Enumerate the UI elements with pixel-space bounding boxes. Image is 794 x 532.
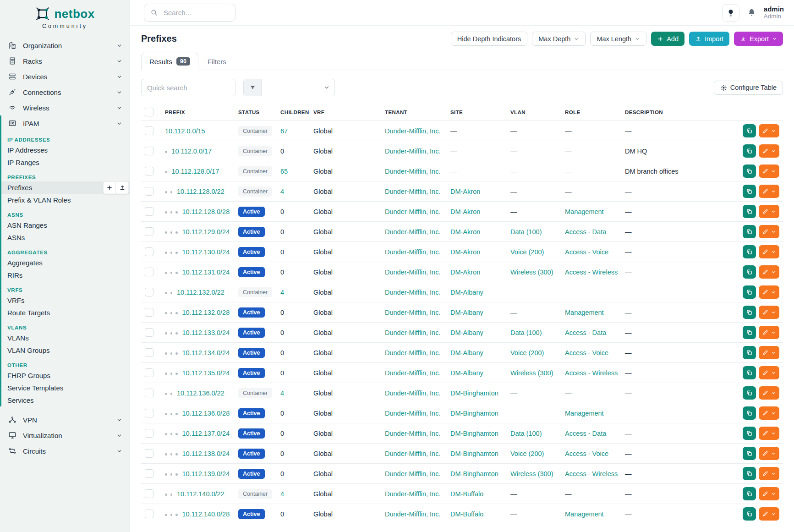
tenant-link[interactable]: Dunder-Mifflin, Inc. (385, 430, 440, 437)
site-link[interactable]: DM-Albany (450, 349, 483, 356)
vlan-link[interactable]: Voice (200) (510, 450, 544, 457)
hide-depth-indicators-button[interactable]: Hide Depth Indicators (451, 32, 527, 46)
sidebar-item-prefixes[interactable]: Prefixes (1, 181, 130, 194)
site-link[interactable]: DM-Akron (450, 188, 480, 195)
site-link[interactable]: DM-Albany (450, 369, 483, 377)
site-link[interactable]: DM-Binghamton (450, 410, 498, 417)
prefix-link[interactable]: 10.112.139.0/24 (182, 470, 230, 477)
row-checkbox[interactable] (145, 510, 153, 518)
row-checkbox[interactable] (145, 368, 153, 377)
row-checkbox[interactable] (145, 308, 153, 317)
row-checkbox[interactable] (145, 147, 153, 155)
sidebar-item-organization[interactable]: Organization (0, 38, 130, 53)
sidebar-item-rirs[interactable]: RIRs (1, 269, 130, 281)
role-link[interactable]: Access - Wireless (565, 470, 618, 477)
prefix-link[interactable]: 10.112.135.0/24 (182, 369, 230, 377)
sidebar-item-service-templates[interactable]: Service Templates (1, 382, 130, 394)
sidebar-item-connections[interactable]: Connections (0, 84, 130, 100)
prefix-link[interactable]: 10.112.130.0/24 (182, 248, 230, 256)
quick-import-button[interactable] (116, 181, 129, 194)
site-link[interactable]: DM-Albany (450, 289, 483, 296)
clone-button[interactable] (743, 467, 756, 480)
column-header-tenant[interactable]: TENANT (381, 103, 447, 121)
tenant-link[interactable]: Dunder-Mifflin, Inc. (385, 450, 440, 457)
role-link[interactable]: Access - Data (565, 329, 606, 336)
row-checkbox[interactable] (145, 328, 153, 337)
tab-filters[interactable]: Filters (198, 58, 235, 70)
prefix-link[interactable]: 10.112.129.0/24 (182, 228, 230, 236)
site-link[interactable]: DM-Akron (450, 208, 480, 215)
prefix-link[interactable]: 10.112.128.0/22 (177, 188, 225, 195)
sidebar-item-asn-ranges[interactable]: ASN Ranges (1, 219, 130, 231)
column-header-role[interactable]: ROLE (561, 103, 621, 121)
clone-button[interactable] (743, 285, 756, 299)
max-depth-dropdown[interactable]: Max Depth (532, 32, 586, 46)
vlan-link[interactable]: Wireless (300) (510, 470, 553, 477)
sidebar-item-circuits[interactable]: Circuits (0, 443, 130, 459)
tenant-link[interactable]: Dunder-Mifflin, Inc. (385, 349, 440, 356)
sidebar-item-racks[interactable]: Racks (0, 53, 130, 69)
tenant-link[interactable]: Dunder-Mifflin, Inc. (385, 389, 440, 397)
configure-table-button[interactable]: Configure Table (714, 81, 783, 95)
site-link[interactable]: DM-Buffalo (450, 490, 483, 498)
prefix-link[interactable]: 10.112.128.0/17 (172, 168, 219, 175)
tenant-link[interactable]: Dunder-Mifflin, Inc. (385, 127, 440, 135)
global-search[interactable] (144, 4, 235, 22)
prefix-link[interactable]: 10.112.132.0/28 (182, 309, 230, 316)
sidebar-item-vlans[interactable]: VLANs (1, 332, 130, 344)
prefix-link[interactable]: 10.112.132.0/22 (177, 289, 225, 296)
row-checkbox[interactable] (145, 187, 153, 196)
edit-dropdown-button[interactable] (759, 306, 779, 319)
user-menu[interactable]: admin Admin (764, 5, 784, 20)
row-checkbox[interactable] (145, 348, 153, 357)
edit-dropdown-button[interactable] (759, 386, 779, 400)
prefix-link[interactable]: 10.112.128.0/28 (182, 208, 230, 215)
tenant-link[interactable]: Dunder-Mifflin, Inc. (385, 269, 440, 276)
prefix-link[interactable]: 10.112.136.0/22 (177, 389, 225, 397)
edit-dropdown-button[interactable] (759, 447, 779, 460)
children-count[interactable]: 4 (280, 188, 284, 195)
row-checkbox[interactable] (145, 227, 153, 236)
prefix-link[interactable]: 10.112.0.0/17 (172, 148, 212, 155)
edit-dropdown-button[interactable] (759, 366, 779, 379)
edit-dropdown-button[interactable] (759, 124, 779, 137)
edit-dropdown-button[interactable] (759, 467, 779, 480)
children-count[interactable]: 67 (280, 127, 288, 135)
vlan-link[interactable]: Voice (200) (510, 349, 544, 356)
site-link[interactable]: DM-Albany (450, 329, 483, 336)
clone-button[interactable] (743, 165, 756, 178)
site-link[interactable]: DM-Albany (450, 309, 483, 316)
clone-button[interactable] (743, 205, 756, 218)
saved-filter-select[interactable] (262, 79, 334, 96)
sidebar-item-vpn[interactable]: VPN (0, 412, 130, 428)
vlan-link[interactable]: Data (100) (510, 228, 542, 236)
edit-dropdown-button[interactable] (759, 346, 779, 359)
tenant-link[interactable]: Dunder-Mifflin, Inc. (385, 188, 440, 195)
column-header-prefix[interactable]: PREFIX (161, 103, 235, 121)
role-link[interactable]: Access - Data (565, 228, 606, 236)
sidebar-item-fhrp-groups[interactable]: FHRP Groups (1, 369, 130, 382)
clone-button[interactable] (743, 507, 756, 521)
role-link[interactable]: Access - Wireless (565, 269, 618, 276)
import-button[interactable]: Import (689, 32, 729, 46)
select-all-checkbox[interactable] (145, 108, 153, 116)
vlan-link[interactable]: Data (100) (510, 430, 542, 437)
row-checkbox[interactable] (145, 489, 153, 498)
sidebar-item-prefix-vlan-roles[interactable]: Prefix & VLAN Roles (1, 194, 130, 206)
row-checkbox[interactable] (145, 449, 153, 458)
column-header-vrf[interactable]: VRF (310, 103, 381, 121)
vlan-link[interactable]: Wireless (300) (510, 269, 553, 276)
site-link[interactable]: DM-Buffalo (450, 510, 483, 518)
column-header-status[interactable]: STATUS (235, 103, 277, 121)
sidebar-item-vlan-groups[interactable]: VLAN Groups (1, 344, 130, 356)
clone-button[interactable] (743, 144, 756, 158)
global-search-input[interactable] (163, 8, 219, 17)
row-checkbox[interactable] (145, 409, 153, 417)
children-count[interactable]: 4 (280, 289, 284, 296)
sidebar-item-asns[interactable]: ASNs (1, 231, 130, 244)
site-link[interactable]: DM-Binghamton (450, 389, 498, 397)
site-link[interactable]: DM-Akron (450, 228, 480, 236)
theme-toggle-button[interactable] (722, 4, 739, 22)
clone-button[interactable] (743, 185, 756, 198)
role-link[interactable]: Management (565, 410, 604, 417)
